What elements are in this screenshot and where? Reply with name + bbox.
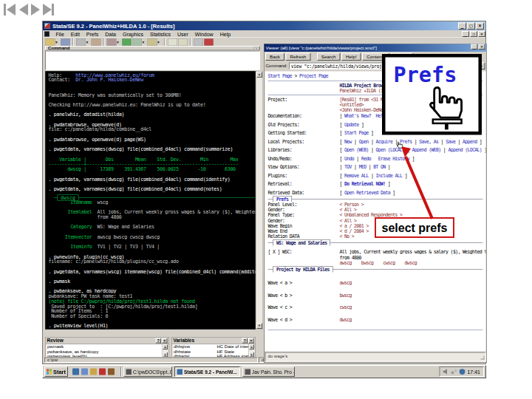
viewer-link[interactable]: Do Retrieval NOW! — [344, 181, 385, 187]
breadcrumb-start-page[interactable]: Start Page — [268, 73, 293, 79]
viewer-link[interactable]: Erase History — [378, 156, 409, 162]
quick-launch-icon-3[interactable] — [99, 369, 106, 375]
log-icon[interactable] — [92, 38, 101, 46]
results-scrollbar[interactable]: ▲ ▼ — [256, 71, 263, 330]
viewer-link[interactable]: Remove ALL — [344, 173, 369, 179]
taskbar: Start C:\pwDOCS\ppt..02..Stata/SE 9.2 - … — [42, 365, 486, 378]
scroll-up-icon[interactable]: ▲ — [256, 72, 262, 78]
quick-launch-icon-2[interactable] — [90, 369, 97, 375]
break-icon[interactable] — [204, 38, 214, 46]
open-dropdown-icon[interactable]: ▾ — [55, 40, 61, 45]
menu-file[interactable]: File — [52, 31, 67, 37]
data-editor-icon[interactable] — [122, 38, 132, 46]
quick-launch-icon-0[interactable] — [72, 369, 79, 375]
viewer-link[interactable]: Update — [344, 122, 359, 128]
graph-dropdown-icon[interactable]: ▾ — [157, 40, 163, 45]
quick-launch[interactable] — [72, 369, 115, 375]
wave-file-row: Wave < a >awscg — [268, 281, 483, 286]
viewer-link[interactable]: Include ALL — [375, 173, 402, 179]
viewer-link[interactable]: Acquire — [375, 139, 392, 145]
app-icon — [44, 23, 50, 29]
security-icon[interactable] — [459, 369, 465, 375]
data-browser-icon[interactable] — [132, 38, 142, 46]
close-button[interactable]: × — [476, 22, 484, 30]
start-button[interactable]: Start — [44, 366, 68, 377]
viewer-link[interactable]: Redo — [361, 156, 371, 162]
results-box-row: IteminfoTV1 | TV2 | TV3 | TV4 | — [54, 244, 256, 249]
prefs-value[interactable]: < No > — [340, 233, 355, 239]
mdi-restore-button[interactable]: ❐ — [470, 31, 477, 37]
print-icon[interactable] — [76, 38, 86, 46]
viewer-minimize-button[interactable]: _ — [471, 44, 478, 50]
viewer-link[interactable]: Save — [446, 139, 455, 145]
viewer-link[interactable]: Append (LOCAL) — [448, 147, 482, 153]
taskbar-task[interactable]: Stata/SE 9.2 - PanelW... — [174, 366, 240, 377]
menu-data[interactable]: Data — [102, 31, 120, 37]
save-icon[interactable] — [61, 38, 70, 46]
media-buttons[interactable] — [4, 3, 55, 16]
viewer-button-back[interactable]: Back — [265, 52, 284, 61]
viewer-link[interactable]: TOV — [344, 164, 352, 170]
graph-icon[interactable] — [148, 38, 157, 46]
open-icon[interactable] — [46, 38, 55, 46]
review-help-icon[interactable]: ? — [156, 338, 162, 343]
results-window[interactable]: Help: http://www.panelwhiz.eu/forumConta… — [45, 71, 256, 330]
bubble-icon[interactable] — [194, 38, 203, 46]
viewer-link[interactable]: Open Retrieved Data — [344, 190, 390, 196]
viewer-link[interactable]: Open (LOCAL) — [375, 147, 404, 153]
menu-prefs[interactable]: Prefs — [83, 31, 101, 37]
viewer-link[interactable]: Open (WEB) — [344, 147, 369, 153]
print-dropdown-icon[interactable]: ▾ — [86, 40, 92, 45]
variables-help-icon[interactable]: ? — [242, 338, 248, 343]
volume-icon[interactable] — [443, 369, 449, 375]
quick-launch-icon-1[interactable] — [81, 369, 88, 375]
viewer-link[interactable]: Save, As — [419, 139, 438, 145]
viewer-link[interactable]: BT ON — [373, 164, 385, 170]
menu-help[interactable]: Help — [216, 31, 233, 37]
do-editor-icon[interactable] — [168, 38, 177, 46]
menu-edit[interactable]: Edit — [67, 31, 83, 37]
viewer-icon[interactable] — [107, 38, 117, 46]
viewer-link[interactable]: Append — [463, 139, 477, 145]
minimize-button[interactable]: _ — [458, 22, 466, 30]
results-line: filename: c:/panelwhiz/hilda/plugins/cc_… — [49, 259, 256, 265]
results-line: . pwitemview level(H1) — [49, 324, 256, 329]
viewer-link[interactable]: MED — [359, 164, 366, 170]
quick-launch-icon-4[interactable] — [108, 369, 115, 375]
command-panel-pin-icon[interactable]: ↕ — [254, 47, 259, 51]
viewer-close-button[interactable]: × — [479, 44, 485, 50]
command-input[interactable] — [45, 51, 260, 71]
menu-user[interactable]: User — [174, 31, 192, 37]
menu-window[interactable]: Window — [191, 31, 216, 37]
breadcrumb-project-page[interactable]: Project Page — [299, 73, 328, 79]
viewer-button-refresh[interactable]: Refresh — [285, 52, 310, 61]
maximize-button[interactable]: □ — [467, 22, 475, 30]
menu-graphics[interactable]: Graphics — [119, 31, 146, 37]
network-icon[interactable] — [451, 369, 457, 375]
scroll-down-icon[interactable]: ▼ — [256, 323, 262, 329]
viewer-dropdown-icon[interactable]: ▾ — [117, 40, 122, 45]
ws-item-checkbox[interactable]: [ X ] WSC: — [268, 250, 340, 260]
viewer-link[interactable]: Open — [359, 139, 369, 145]
mdi-minimize-button[interactable]: _ — [462, 31, 469, 37]
viewer-link[interactable]: Append (WEB) — [412, 147, 440, 153]
title-bar[interactable]: Stata/SE 9.2 - PanelWhiz+HILDA 1.0 - [Re… — [43, 21, 485, 30]
viewer-button-search[interactable]: Search — [317, 52, 341, 61]
review-close-icon[interactable]: × — [162, 338, 168, 343]
data-browser-dropdown-icon[interactable]: ▾ — [143, 40, 148, 45]
mdi-close-button[interactable]: × — [478, 31, 485, 37]
viewer-link[interactable]: New — [344, 139, 352, 145]
viewer-row: Local Projects:[ New | Open | Acquire | … — [268, 139, 483, 144]
viewer-link[interactable]: Start Page — [344, 130, 369, 136]
variables-close-icon[interactable]: × — [248, 338, 254, 343]
viewer-button-help[interactable]: Help! — [341, 52, 361, 61]
new-viewer-icon[interactable] — [178, 38, 188, 46]
taskbar-task[interactable]: Jav Pain. Sho. Pro - Bild20 — [242, 366, 295, 377]
viewer-link[interactable]: What's New? — [344, 113, 371, 119]
viewer-command-label: Command: — [266, 64, 287, 69]
taskbar-task[interactable]: C:\pwDOCS\ppt..02.. — [123, 366, 172, 377]
menu-statistics[interactable]: Statistics — [146, 31, 174, 37]
viewer-title-bar[interactable]: Viewer (all) [view "c:/panelwhiz/hilda/v… — [265, 44, 487, 52]
viewer-link[interactable]: Prefs — [400, 139, 412, 145]
viewer-link[interactable]: Undo — [344, 156, 354, 162]
